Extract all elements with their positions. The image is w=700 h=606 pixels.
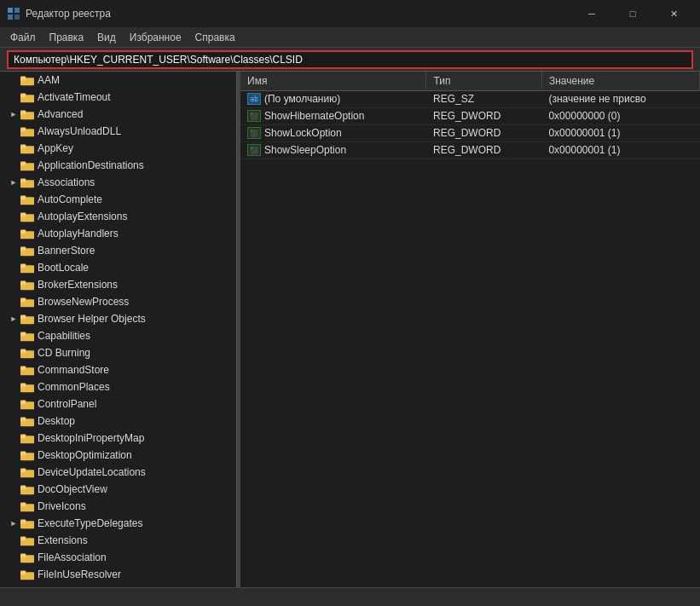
tree-item[interactable]: ► DriveIcons [0, 498, 236, 515]
tree-item[interactable]: ► BannerStore [0, 242, 236, 259]
tree-item[interactable]: ► DesktopIniPropertyMap [0, 430, 236, 447]
table-row[interactable]: ab(По умолчанию)REG_SZ(значение не присв… [240, 90, 700, 107]
table-row[interactable]: ⬛ShowLockOptionREG_DWORD0x00000001 (1) [240, 124, 700, 141]
tree-item[interactable]: ► ActivateTimeout [0, 89, 236, 106]
folder-icon [20, 193, 38, 206]
tree-arrow-icon: ► [7, 107, 20, 121]
svg-rect-2 [8, 14, 13, 20]
address-input[interactable] [7, 50, 693, 69]
value-data-cell: (значение не присво [541, 90, 699, 107]
tree-item[interactable]: ► FileAssociation [0, 549, 236, 566]
svg-rect-51 [20, 332, 26, 336]
dword-icon: ⬛ [247, 127, 264, 139]
tree-item[interactable]: ► AlwaysUnloadDLL [0, 123, 236, 140]
folder-icon [20, 586, 38, 587]
folder-icon [20, 551, 38, 564]
svg-rect-30 [20, 213, 26, 216]
folder-icon [20, 74, 38, 87]
value-type-cell: REG_DWORD [426, 107, 541, 124]
tree-item[interactable]: ► AAM [0, 72, 236, 89]
menu-favorites[interactable]: Избранное [123, 29, 188, 46]
maximize-button[interactable]: □ [613, 0, 652, 27]
tree-item-label: BrowseNewProcess [38, 296, 129, 308]
close-button[interactable]: ✕ [654, 0, 693, 27]
tree-item[interactable]: ► CD Burning [0, 344, 236, 361]
svg-rect-90 [20, 554, 26, 557]
svg-rect-12 [20, 111, 26, 114]
menu-edit[interactable]: Правка [43, 29, 91, 46]
tree-item-label: FileAssociation [38, 551, 107, 563]
minimize-button[interactable]: ─ [572, 0, 611, 27]
value-name-text: ShowHibernateOption [264, 110, 364, 122]
svg-rect-81 [20, 503, 26, 506]
folder-icon [20, 415, 38, 428]
tree-item[interactable]: ► CommandStore [0, 361, 236, 378]
tree-item[interactable]: ► DocObjectView [0, 481, 236, 498]
value-name-text: ShowLockOption [264, 127, 342, 139]
folder-icon [20, 91, 38, 104]
value-data-cell: 0x00000000 (0) [541, 107, 699, 124]
svg-rect-57 [20, 366, 26, 370]
table-row[interactable]: ⬛ShowHibernateOptionREG_DWORD0x00000000 … [240, 107, 700, 124]
tree-item-label: BootLocale [38, 262, 89, 274]
tree-item[interactable]: ► Browser Helper Objects [0, 310, 236, 327]
tree-item[interactable]: ► BrokerExtensions [0, 276, 236, 293]
value-data-cell: 0x00000001 (1) [541, 141, 699, 159]
menu-file[interactable]: Файл [3, 29, 43, 46]
svg-rect-27 [20, 196, 26, 199]
folder-icon [20, 211, 38, 223]
folder-icon [20, 449, 38, 462]
tree-item[interactable]: ► CommonPlaces [0, 378, 236, 395]
tree-item-label: Extensions [38, 534, 88, 546]
svg-rect-87 [20, 537, 26, 540]
tree-scroll[interactable]: ► AAM► ActivateTimeout► Advanced► Always… [0, 72, 236, 587]
value-name-cell: ⬛ShowSleepOption [240, 141, 426, 159]
tree-item[interactable]: ► DeviceUpdateLocations [0, 464, 236, 481]
value-type-cell: REG_SZ [426, 90, 541, 107]
table-row[interactable]: ⬛ShowSleepOptionREG_DWORD0x00000001 (1) [240, 141, 700, 159]
svg-rect-0 [8, 8, 13, 13]
menu-help[interactable]: Справка [188, 29, 242, 46]
tree-item[interactable]: ► AutoplayExtensions [0, 208, 236, 225]
tree-item[interactable]: ► Capabilities [0, 327, 236, 344]
svg-rect-72 [20, 452, 26, 455]
svg-rect-45 [20, 298, 26, 302]
svg-rect-21 [20, 162, 26, 165]
dword-icon: ⬛ [247, 144, 264, 156]
folder-icon [20, 483, 38, 496]
tree-item[interactable]: ► Associations [0, 174, 236, 191]
tree-item-label: CommandStore [38, 364, 109, 376]
folder-icon [20, 517, 38, 530]
tree-item[interactable]: ► FileInUseResolver [0, 566, 236, 583]
tree-item[interactable]: ► FileOperationAdviseSinks [0, 583, 236, 587]
tree-item-label: Capabilities [38, 330, 90, 342]
menu-view[interactable]: Вид [90, 29, 123, 46]
tree-item[interactable]: ► BrowseNewProcess [0, 293, 236, 310]
folder-icon [20, 398, 38, 411]
svg-rect-24 [20, 179, 26, 182]
tree-item[interactable]: ► Desktop [0, 413, 236, 430]
tree-item[interactable]: ► AutoComplete [0, 191, 236, 208]
tree-item-label: CD Burning [38, 347, 90, 359]
tree-item-label: BannerStore [38, 245, 95, 257]
tree-arrow-icon: ► [7, 176, 20, 189]
col-value: Значение [541, 72, 699, 90]
menu-bar: Файл Правка Вид Избранное Справка [0, 27, 700, 48]
col-name: Имя [240, 72, 426, 90]
value-data-cell: 0x00000001 (1) [541, 124, 699, 141]
svg-rect-6 [20, 77, 26, 80]
tree-item[interactable]: ► DesktopOptimization [0, 447, 236, 464]
svg-rect-42 [20, 281, 26, 285]
tree-item[interactable]: ► AppKey [0, 140, 236, 157]
tree-item[interactable]: ► ExecuteTypeDelegates [0, 515, 236, 532]
tree-item[interactable]: ► ApplicationDestinations [0, 157, 236, 174]
tree-item[interactable]: ► Extensions [0, 532, 236, 549]
svg-rect-84 [20, 520, 26, 523]
tree-item[interactable]: ► Advanced [0, 106, 236, 123]
folder-icon [20, 125, 38, 138]
value-name-text: ShowSleepOption [264, 144, 346, 156]
tree-item[interactable]: ► BootLocale [0, 259, 236, 276]
tree-item[interactable]: ► AutoplayHandlers [0, 225, 236, 242]
tree-item-label: AppKey [38, 142, 73, 154]
tree-item[interactable]: ► ControlPanel [0, 395, 236, 413]
